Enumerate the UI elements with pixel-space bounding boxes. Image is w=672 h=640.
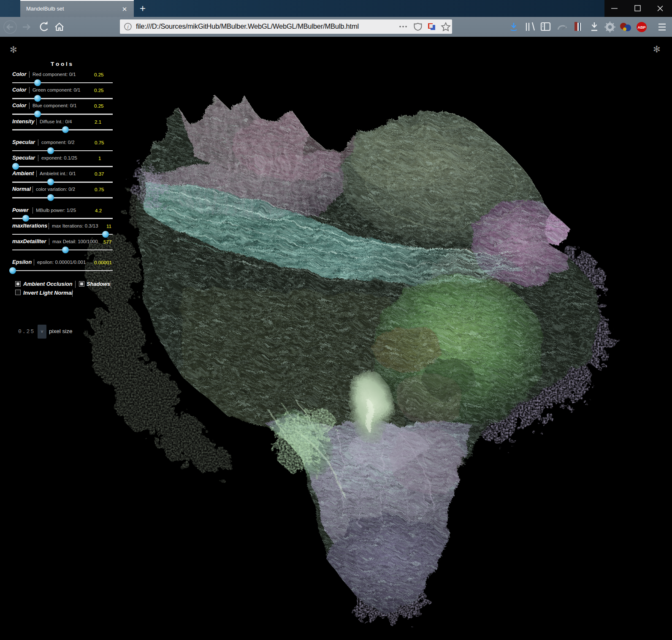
svg-text:ABP: ABP <box>637 25 645 30</box>
svg-text:i: i <box>127 24 129 30</box>
